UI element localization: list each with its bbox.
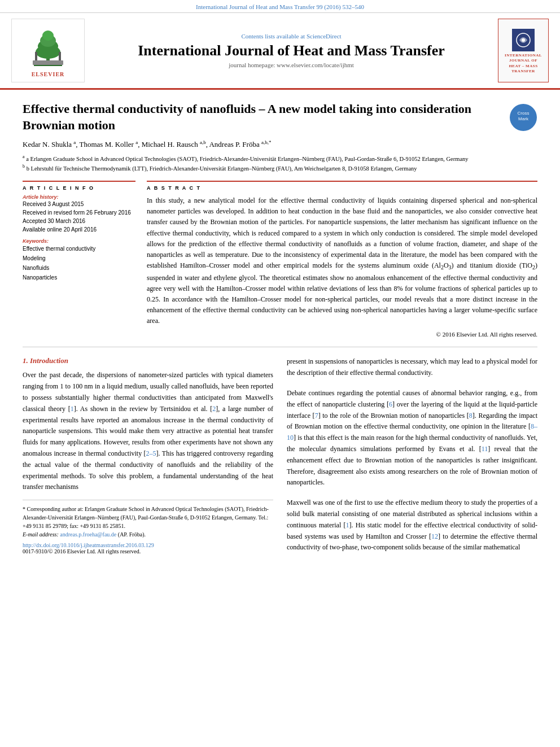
journal-icon-box [512, 29, 535, 51]
email-link[interactable]: andreas.p.froeha@fau.de [60, 531, 116, 538]
history-label: Article history: [23, 194, 135, 200]
paper-title: Effective thermal conductivity of nanofl… [23, 101, 504, 133]
content-left: 1. Introduction Over the past decade, th… [23, 356, 273, 554]
keywords-label: Keywords: [23, 238, 135, 244]
footnote-email: E-mail address: andreas.p.froeha@fau.de … [23, 530, 273, 539]
journal-citation-bar: International Journal of Heat and Mass T… [0, 0, 560, 13]
article-info-panel: A R T I C L E I N F O Article history: R… [23, 181, 135, 338]
section-divider [23, 347, 537, 347]
journal-homepage: journal homepage: www.elsevier.com/locat… [229, 62, 354, 68]
content-right: present in suspensions of nanoparticles … [287, 356, 537, 554]
doi-url[interactable]: http://dx.doi.org/10.1016/j.ijheatmasstr… [23, 542, 273, 548]
paper-title-section: Effective thermal conductivity of nanofl… [23, 101, 537, 133]
keywords-list: Effective thermal conductivity Modeling … [23, 244, 135, 282]
keyword-2: Modeling [23, 254, 135, 263]
keyword-3: Nanofluids [23, 263, 135, 273]
svg-text:Mark: Mark [518, 116, 529, 121]
svg-point-10 [522, 38, 525, 42]
received-date: Received 3 August 2015 [23, 200, 135, 208]
footnote-divider [23, 500, 273, 500]
svg-text:Cross: Cross [518, 111, 530, 116]
elsevier-tree-svg [17, 24, 79, 69]
keyword-1: Effective thermal conductivity [23, 244, 135, 254]
intro-para-right-3: Maxwell was one of the first to use the … [287, 497, 537, 553]
available-date: Available online 20 April 2016 [23, 225, 135, 234]
svg-point-5 [42, 30, 54, 41]
journal-citation-text: International Journal of Heat and Mass T… [196, 3, 364, 10]
keyword-4: Nanoparticles [23, 273, 135, 282]
journal-title: International Journal of Heat and Mass T… [138, 42, 445, 59]
article-info-heading: A R T I C L E I N F O [23, 185, 135, 191]
authors-line: Kedar N. Shukla a, Thomas M. Koller a, M… [23, 139, 537, 148]
paper-body: Effective thermal conductivity of nanofl… [0, 90, 560, 566]
copyright-text: © 2016 Elsevier Ltd. All rights reserved… [147, 331, 537, 338]
affiliation-a: a a Erlangen Graduate School in Advanced… [23, 154, 537, 163]
main-content: 1. Introduction Over the past decade, th… [23, 356, 537, 554]
elsevier-logo: ELSEVIER [11, 19, 85, 82]
accepted-date: Accepted 30 March 2016 [23, 217, 135, 225]
footnote-corresponding: * Corresponding author at: Erlangen Grad… [23, 505, 273, 530]
svg-rect-8 [33, 60, 63, 65]
sciencedirect-line: Contents lists available at ScienceDirec… [241, 33, 341, 40]
intro-heading: 1. Introduction [23, 356, 273, 365]
abstract-text: In this study, a new analytical model fo… [147, 195, 537, 326]
affiliations: a a Erlangen Graduate School in Advanced… [23, 154, 537, 173]
journal-header: ELSEVIER Contents lists available at Sci… [0, 13, 560, 90]
sciencedirect-link-text[interactable]: ScienceDirect [307, 33, 342, 40]
journal-icon-svg [515, 32, 532, 49]
intro-para-right-2: Debate continues regarding the potential… [287, 388, 537, 488]
article-history: Article history: Received 3 August 2015 … [23, 194, 135, 234]
logo-title-text: INTERNATIONALJOURNAL OFHEAT – MASSTRANSF… [505, 53, 542, 73]
issn-text: 0017-9310/© 2016 Elsevier Ltd. All right… [23, 548, 273, 554]
article-info-abstract: A R T I C L E I N F O Article history: R… [23, 181, 537, 338]
elsevier-label: ELSEVIER [32, 71, 65, 77]
abstract-heading: A B S T R A C T [147, 185, 537, 191]
journal-center: Contents lists available at ScienceDirec… [90, 19, 492, 82]
affiliation-b: b b Lehrstuhl für Technische Thermodynam… [23, 163, 537, 173]
author-kedar: Kedar N. Shukla a, Thomas M. Koller a, M… [23, 140, 271, 148]
abstract-panel: A B S T R A C T In this study, a new ana… [147, 181, 537, 338]
intro-para-1: Over the past decade, the dispersions of… [23, 370, 273, 493]
keywords-group: Keywords: Effective thermal conductivity… [23, 238, 135, 282]
doi-links: http://dx.doi.org/10.1016/j.ijheatmasstr… [23, 542, 273, 554]
journal-logo-title: INTERNATIONALJOURNAL OFHEAT – MASSTRANSF… [505, 53, 542, 73]
contents-text: Contents lists available at [241, 33, 306, 40]
revised-date: Received in revised form 26 February 201… [23, 208, 135, 217]
journal-logo-right: INTERNATIONALJOURNAL OFHEAT – MASSTRANSF… [498, 19, 549, 82]
crossmark-badge[interactable]: Cross Mark [509, 103, 537, 132]
intro-para-right-1: present in suspensions of nanoparticles … [287, 356, 537, 379]
